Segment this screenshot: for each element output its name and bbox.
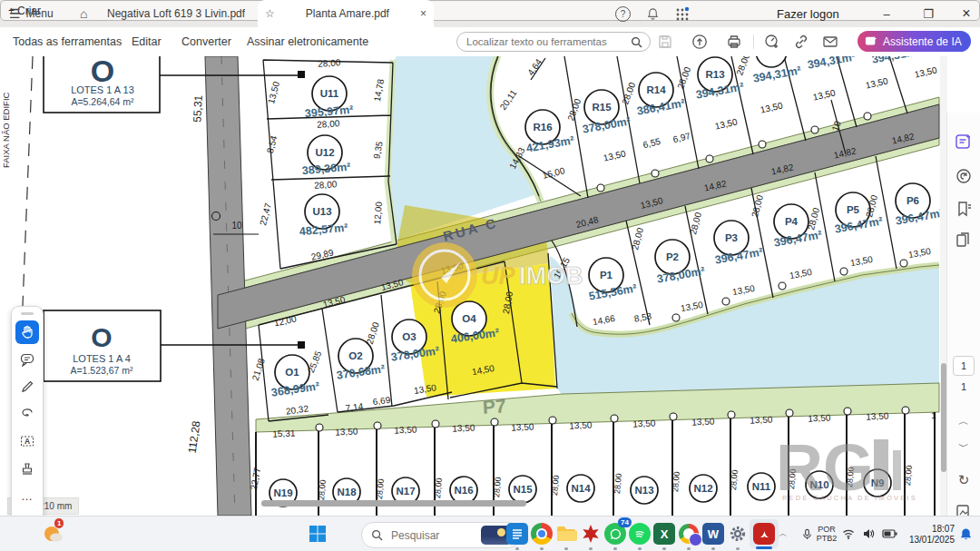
dim-label: 28,00 bbox=[734, 56, 751, 76]
tray-language[interactable]: PORPTB2 bbox=[813, 525, 840, 543]
dim-label: 28,00 bbox=[750, 193, 765, 218]
app-spotify[interactable] bbox=[627, 521, 652, 546]
app-chrome-profile[interactable] bbox=[676, 521, 701, 546]
minimize-button[interactable]: – bbox=[873, 0, 900, 27]
dim-label: 13,50 bbox=[789, 267, 813, 280]
stamp-tool-button[interactable] bbox=[15, 457, 39, 480]
weather-widget[interactable]: 1 bbox=[40, 521, 65, 546]
dim-label: 13,50 bbox=[865, 75, 889, 90]
dim-label: 13,50 bbox=[760, 100, 784, 114]
dim-label: 14,66 bbox=[592, 313, 616, 327]
comments-panel-button[interactable] bbox=[955, 167, 973, 185]
svg-text:A: A bbox=[24, 437, 30, 446]
app-settings[interactable] bbox=[725, 521, 750, 546]
dim-label: 20,11 bbox=[498, 88, 519, 113]
comment-tool-button[interactable] bbox=[15, 348, 39, 371]
tab2-label: Planta Amare.pdf bbox=[306, 7, 389, 20]
rotate-page-button[interactable]: ↻ bbox=[947, 472, 980, 488]
tab-planta-amare-active[interactable]: ☆ Planta Amare.pdf × bbox=[258, 0, 434, 27]
page-number-box[interactable]: 1 bbox=[953, 356, 975, 376]
dim-label: 28,00 bbox=[903, 465, 914, 486]
dim-label: 13,50 bbox=[907, 246, 932, 260]
app-file-explorer[interactable] bbox=[554, 521, 579, 546]
taskbar-search-input[interactable] bbox=[389, 528, 475, 543]
boundary-marker bbox=[672, 314, 680, 321]
home-button[interactable]: ⌂ bbox=[80, 0, 87, 27]
tray-battery[interactable] bbox=[878, 521, 900, 546]
boundary-marker bbox=[652, 170, 659, 177]
lot-id: N13 bbox=[634, 485, 653, 496]
dim-label: 28,00 bbox=[688, 211, 703, 235]
boundary-marker bbox=[864, 113, 871, 120]
apps-grid-button[interactable] bbox=[675, 0, 690, 27]
help-button[interactable]: ? bbox=[615, 0, 631, 27]
app-excel[interactable]: X bbox=[652, 521, 677, 546]
notifications-button[interactable] bbox=[646, 0, 660, 27]
dim-label: 13,50 bbox=[808, 412, 831, 423]
upload-cloud-icon[interactable] bbox=[691, 34, 708, 50]
lot-id: O4 bbox=[462, 313, 476, 324]
tab-close-icon[interactable]: × bbox=[420, 7, 426, 20]
email-icon[interactable] bbox=[822, 34, 838, 50]
dim-label: 22,47 bbox=[258, 202, 273, 226]
tray-clock[interactable]: 18:0713/01/2025 bbox=[909, 524, 955, 545]
menu-label: Menu bbox=[26, 7, 54, 20]
more-tools-button[interactable]: … bbox=[15, 484, 39, 507]
app-word[interactable]: W bbox=[701, 521, 726, 546]
print-icon[interactable] bbox=[726, 34, 742, 50]
lot-id: N11 bbox=[752, 481, 771, 492]
pages-panel-button[interactable] bbox=[955, 231, 973, 249]
app-red-plugin[interactable] bbox=[578, 521, 603, 546]
app-chrome[interactable] bbox=[529, 521, 554, 546]
bookmarks-panel-button[interactable] bbox=[955, 200, 973, 218]
restore-button[interactable]: ❐ bbox=[915, 0, 942, 27]
horizontal-scrollbar-thumb[interactable] bbox=[261, 500, 526, 507]
ai-assistant-button[interactable]: Assistente de IA bbox=[858, 31, 971, 52]
palette-grip[interactable] bbox=[21, 312, 34, 315]
boundary-marker bbox=[811, 126, 818, 133]
stamp-icon bbox=[20, 461, 34, 476]
login-button[interactable]: Fazer logon bbox=[777, 0, 839, 27]
find-box[interactable] bbox=[456, 32, 651, 52]
boundary-marker bbox=[316, 424, 323, 431]
lasso-tool-button[interactable] bbox=[15, 402, 39, 426]
pencil-tool-button[interactable] bbox=[15, 375, 39, 398]
lot-id: U11 bbox=[320, 88, 339, 99]
app-reading-list[interactable] bbox=[505, 521, 530, 546]
tray-expand-chevron[interactable]: ︿ bbox=[773, 521, 793, 546]
tray-notifications[interactable] bbox=[955, 521, 976, 546]
menu-edit[interactable]: Editar bbox=[132, 27, 162, 56]
tray-volume[interactable] bbox=[858, 521, 878, 546]
text-select-tool-button[interactable]: A bbox=[15, 429, 39, 453]
menu-button[interactable]: ☰ Menu bbox=[9, 0, 54, 27]
red-star-icon bbox=[581, 524, 601, 544]
hand-tool-button[interactable] bbox=[15, 320, 39, 344]
star-icon[interactable]: ☆ bbox=[265, 7, 275, 20]
add-comment-icon[interactable] bbox=[764, 34, 780, 50]
prev-page-button[interactable]: ︿ bbox=[947, 414, 980, 429]
next-page-button[interactable]: ﹀ bbox=[947, 439, 980, 455]
taskbar-search[interactable] bbox=[361, 522, 521, 548]
tray-wifi[interactable] bbox=[838, 521, 858, 546]
dim-label: 13,50 bbox=[335, 426, 358, 437]
link-icon[interactable] bbox=[793, 34, 809, 50]
close-button[interactable]: × bbox=[953, 0, 980, 27]
menu-convert[interactable]: Converter bbox=[181, 27, 231, 56]
ai-summary-button[interactable] bbox=[955, 133, 973, 151]
dim-label: 112,28 bbox=[186, 419, 203, 454]
pdf-canvas[interactable]: O LOTES 1 A 13 A=5.264,64 m² O LOTES 1 A… bbox=[0, 56, 980, 516]
lot-id: N19 bbox=[273, 487, 292, 498]
find-input[interactable] bbox=[465, 35, 625, 48]
menu-esign[interactable]: Assinar eletronicamente bbox=[247, 27, 368, 56]
menu-all-tools[interactable]: Todas as ferramentas bbox=[13, 27, 122, 56]
lot-area: 395,97m² bbox=[304, 103, 354, 121]
boundary-marker bbox=[759, 141, 766, 148]
boundary-marker bbox=[722, 298, 730, 305]
lot-id: P6 bbox=[906, 195, 919, 206]
start-button[interactable] bbox=[305, 521, 330, 546]
boundary-marker bbox=[786, 409, 793, 417]
app-whatsapp[interactable]: 74 bbox=[603, 521, 628, 546]
save-icon[interactable] bbox=[657, 34, 673, 50]
lot-id: P5 bbox=[847, 204, 860, 215]
tab-negativa-loft[interactable]: Negativa Loft 619 3 Livin.pdf bbox=[107, 0, 245, 27]
